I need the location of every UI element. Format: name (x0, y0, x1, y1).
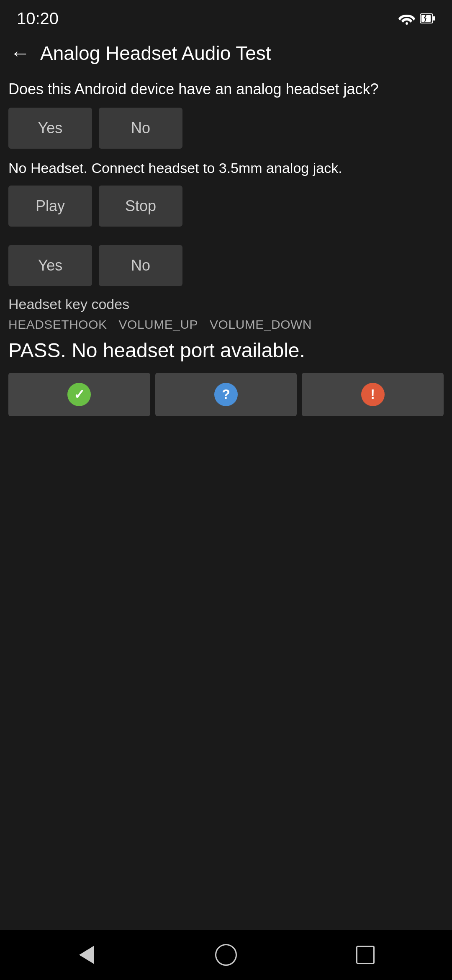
nav-home-icon (215, 944, 237, 966)
battery-icon (420, 12, 435, 25)
svg-rect-2 (433, 16, 435, 21)
key-code-volume-down: VOLUME_DOWN (210, 317, 312, 332)
question-icon: ? (214, 383, 238, 406)
key-code-volume-up: VOLUME_UP (119, 317, 198, 332)
yes-no-row-1: Yes No (8, 108, 444, 149)
app-bar: ← Analog Headset Audio Test (0, 34, 452, 73)
back-button[interactable]: ← (10, 43, 30, 63)
yes-button-1[interactable]: Yes (8, 108, 92, 149)
nav-back-icon (79, 946, 94, 964)
play-button[interactable]: Play (8, 186, 92, 227)
info-button[interactable]: ? (155, 373, 297, 416)
main-content: Does this Android device have an analog … (0, 73, 452, 930)
headset-question: Does this Android device have an analog … (8, 80, 444, 99)
fail-button[interactable]: ! (302, 373, 444, 416)
status-icons (398, 12, 435, 25)
no-button-1[interactable]: No (99, 108, 182, 149)
key-codes-label: Headset key codes (8, 296, 444, 312)
result-row: ✓ ? ! (8, 373, 444, 416)
pass-icon: ✓ (67, 383, 91, 406)
info-text: No Headset. Connect headset to 3.5mm ana… (8, 159, 444, 177)
alert-icon: ! (361, 383, 385, 406)
no-button-2[interactable]: No (99, 245, 182, 286)
stop-button[interactable]: Stop (99, 186, 182, 227)
yes-no-row-2: Yes No (8, 245, 444, 286)
nav-back-button[interactable] (70, 942, 103, 967)
status-bar: 10:20 (0, 0, 452, 34)
play-stop-row: Play Stop (8, 186, 444, 227)
wifi-icon (398, 12, 415, 25)
nav-home-button[interactable] (209, 942, 243, 967)
app-title: Analog Headset Audio Test (40, 42, 271, 64)
nav-recents-icon (356, 946, 375, 964)
nav-bar (0, 930, 452, 980)
nav-recents-button[interactable] (349, 942, 382, 967)
yes-button-2[interactable]: Yes (8, 245, 92, 286)
key-codes-row: HEADSETHOOK VOLUME_UP VOLUME_DOWN (8, 317, 444, 332)
pass-text: PASS. No headset port available. (8, 338, 444, 363)
key-code-headsethook: HEADSETHOOK (8, 317, 107, 332)
pass-button[interactable]: ✓ (8, 373, 150, 416)
status-time: 10:20 (17, 9, 59, 28)
svg-point-0 (406, 22, 408, 25)
